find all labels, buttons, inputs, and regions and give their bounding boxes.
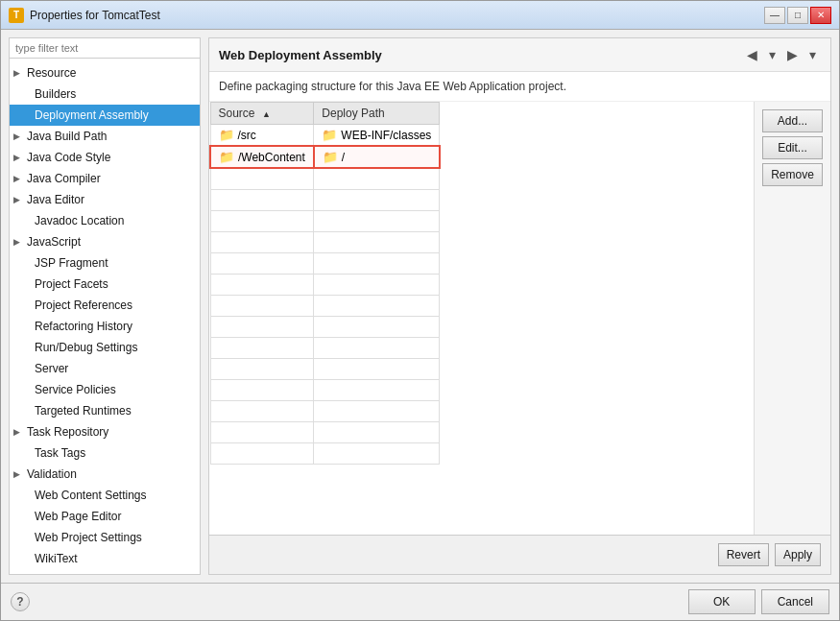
footer-bar: ? OK Cancel bbox=[1, 583, 839, 620]
table-row-empty bbox=[210, 337, 440, 358]
sidebar-item-label-deployment-assembly: Deployment Assembly bbox=[35, 107, 149, 124]
sidebar-item-builders[interactable]: Builders bbox=[10, 84, 200, 105]
table-row-empty bbox=[210, 421, 440, 442]
sidebar-item-deployment-assembly[interactable]: Deployment Assembly bbox=[10, 105, 200, 126]
cancel-button[interactable]: Cancel bbox=[761, 589, 829, 614]
sidebar-item-javascript[interactable]: ▶JavaScript bbox=[10, 231, 200, 252]
folder-icon: 📁 bbox=[219, 150, 234, 164]
properties-window: T Properties for TomcatTest — □ ✕ ▶Resou… bbox=[0, 0, 840, 621]
apply-button[interactable]: Apply bbox=[775, 543, 821, 566]
sidebar-item-label-web-page-editor: Web Page Editor bbox=[35, 508, 122, 525]
sidebar-item-label-xdoclet: XDoclet bbox=[27, 571, 67, 575]
source-column-header[interactable]: Source ▲ bbox=[210, 103, 314, 125]
table-row-empty bbox=[210, 168, 440, 189]
sidebar-item-label-java-code-style: Java Code Style bbox=[27, 149, 110, 166]
expand-arrow-resource: ▶ bbox=[13, 64, 23, 82]
remove-button[interactable]: Remove bbox=[762, 163, 823, 186]
table-row-empty bbox=[210, 442, 440, 464]
maximize-button[interactable]: □ bbox=[787, 7, 808, 24]
sidebar-item-task-repository[interactable]: ▶Task Repository bbox=[10, 421, 200, 442]
sidebar-item-label-server: Server bbox=[35, 360, 68, 377]
right-buttons: Add... Edit... Remove bbox=[754, 102, 830, 535]
sidebar-item-web-project-settings[interactable]: Web Project Settings bbox=[10, 527, 200, 548]
title-bar-left: T Properties for TomcatTest bbox=[9, 8, 160, 23]
close-button[interactable]: ✕ bbox=[810, 7, 831, 24]
sidebar-item-label-project-facets: Project Facets bbox=[35, 275, 108, 293]
forward-button[interactable]: ▶ bbox=[782, 44, 803, 65]
ok-button[interactable]: OK bbox=[688, 589, 756, 614]
sidebar-item-label-task-tags: Task Tags bbox=[35, 444, 85, 462]
table-row-empty bbox=[210, 358, 440, 379]
folder-icon: 📁 bbox=[219, 128, 234, 142]
expand-arrow-validation: ▶ bbox=[13, 466, 23, 483]
sidebar-item-project-references[interactable]: Project References bbox=[10, 295, 200, 316]
right-panel: Web Deployment Assembly ◀ ▾ ▶ ▾ Define p… bbox=[208, 37, 831, 575]
table-row-empty bbox=[210, 231, 440, 252]
filter-input[interactable] bbox=[10, 38, 200, 59]
sidebar-item-jsp-fragment[interactable]: JSP Fragment bbox=[10, 252, 200, 274]
back-dropdown[interactable]: ▾ bbox=[764, 44, 780, 65]
sidebar-item-label-java-build-path: Java Build Path bbox=[27, 128, 107, 145]
table-row[interactable]: 📁/WebContent📁/ bbox=[210, 146, 440, 168]
sidebar-item-xdoclet[interactable]: ▶XDoclet bbox=[10, 569, 200, 575]
table-container: Source ▲ Deploy Path 📁/src📁WEB-INF/class bbox=[209, 102, 754, 535]
expand-arrow-java-code-style: ▶ bbox=[13, 149, 23, 166]
expand-arrow-task-repository: ▶ bbox=[13, 423, 23, 441]
help-button[interactable]: ? bbox=[11, 592, 30, 611]
expand-arrow-java-editor: ▶ bbox=[13, 191, 23, 208]
expand-arrow-xdoclet: ▶ bbox=[13, 571, 23, 575]
sidebar-item-task-tags[interactable]: Task Tags bbox=[10, 442, 200, 464]
sidebar-item-label-resource: Resource bbox=[27, 64, 76, 82]
folder-icon: 📁 bbox=[322, 128, 337, 142]
sidebar-item-javadoc-location[interactable]: Javadoc Location bbox=[10, 210, 200, 231]
table-row-empty bbox=[210, 295, 440, 316]
sidebar-item-label-java-editor: Java Editor bbox=[27, 191, 84, 208]
sidebar-item-targeted-runtimes[interactable]: Targeted Runtimes bbox=[10, 400, 200, 421]
title-buttons: — □ ✕ bbox=[764, 7, 831, 24]
sidebar-item-wikitext[interactable]: WikiText bbox=[10, 548, 200, 569]
back-button[interactable]: ◀ bbox=[742, 44, 762, 65]
description: Define packaging structure for this Java… bbox=[209, 72, 830, 102]
add-button[interactable]: Add... bbox=[762, 109, 823, 132]
table-row[interactable]: 📁/src📁WEB-INF/classes bbox=[210, 125, 440, 147]
footer-right: OK Cancel bbox=[688, 589, 829, 614]
sidebar-item-web-content-settings[interactable]: Web Content Settings bbox=[10, 485, 200, 506]
sidebar-item-java-compiler[interactable]: ▶Java Compiler bbox=[10, 168, 200, 189]
table-row-empty bbox=[210, 189, 440, 210]
sidebar-item-label-web-project-settings: Web Project Settings bbox=[35, 529, 142, 546]
minimize-button[interactable]: — bbox=[764, 7, 785, 24]
left-panel: ▶ResourceBuildersDeployment Assembly▶Jav… bbox=[9, 37, 201, 575]
source-cell: 📁/WebContent bbox=[210, 146, 314, 168]
sidebar-item-label-javadoc-location: Javadoc Location bbox=[35, 212, 124, 229]
table-row-empty bbox=[210, 252, 440, 274]
sidebar-item-java-code-style[interactable]: ▶Java Code Style bbox=[10, 147, 200, 168]
sidebar-item-label-project-references: Project References bbox=[35, 297, 132, 314]
sidebar-item-label-refactoring-history: Refactoring History bbox=[35, 318, 132, 335]
sidebar-item-label-jsp-fragment: JSP Fragment bbox=[35, 254, 108, 272]
sidebar-item-run-debug-settings[interactable]: Run/Debug Settings bbox=[10, 337, 200, 358]
revert-button[interactable]: Revert bbox=[718, 543, 769, 566]
deploy-path-cell: 📁/ bbox=[314, 146, 440, 168]
sidebar-item-service-policies[interactable]: Service Policies bbox=[10, 379, 200, 400]
sidebar-item-server[interactable]: Server bbox=[10, 358, 200, 379]
edit-button[interactable]: Edit... bbox=[762, 136, 823, 159]
sidebar-item-resource[interactable]: ▶Resource bbox=[10, 62, 200, 84]
sidebar-item-label-builders: Builders bbox=[35, 85, 76, 103]
sidebar-item-refactoring-history[interactable]: Refactoring History bbox=[10, 316, 200, 337]
sidebar-item-project-facets[interactable]: Project Facets bbox=[10, 274, 200, 295]
title-bar: T Properties for TomcatTest — □ ✕ bbox=[1, 1, 839, 30]
deploy-path-column-header[interactable]: Deploy Path bbox=[314, 103, 440, 125]
sidebar-item-label-validation: Validation bbox=[27, 466, 77, 483]
sidebar-item-label-javascript: JavaScript bbox=[27, 233, 81, 251]
sidebar-item-web-page-editor[interactable]: Web Page Editor bbox=[10, 506, 200, 527]
sidebar-item-java-editor[interactable]: ▶Java Editor bbox=[10, 189, 200, 210]
folder-icon: 📁 bbox=[323, 150, 338, 164]
sidebar-item-java-build-path[interactable]: ▶Java Build Path bbox=[10, 126, 200, 147]
table-row-empty bbox=[210, 274, 440, 295]
nav-buttons: ◀ ▾ ▶ ▾ bbox=[742, 44, 821, 65]
sidebar-item-validation[interactable]: ▶Validation bbox=[10, 464, 200, 485]
forward-dropdown[interactable]: ▾ bbox=[804, 44, 821, 65]
bottom-bar: Revert Apply bbox=[209, 535, 830, 574]
sidebar-item-label-service-policies: Service Policies bbox=[35, 381, 116, 398]
right-header: Web Deployment Assembly ◀ ▾ ▶ ▾ bbox=[209, 38, 830, 72]
